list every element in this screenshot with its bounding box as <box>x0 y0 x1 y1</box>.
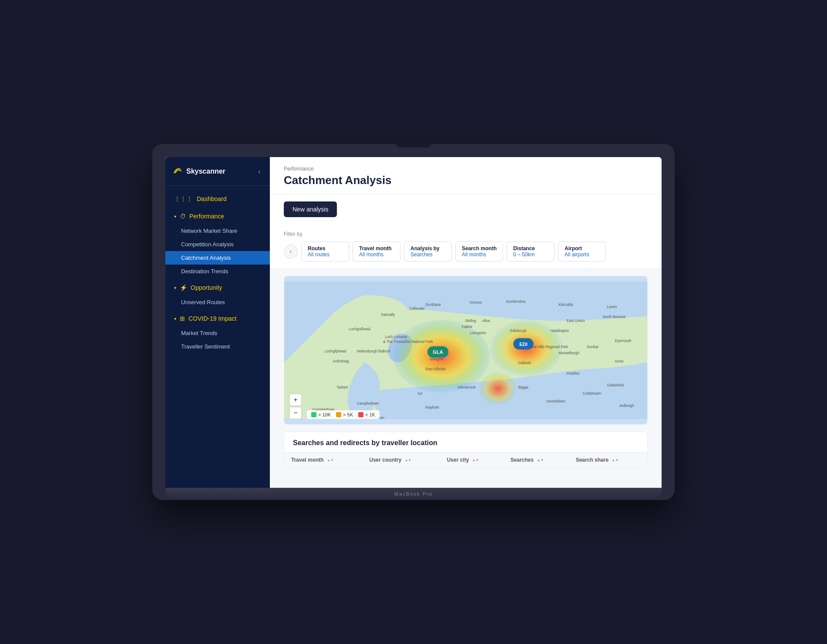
filter-chip-distance[interactable]: Distance 0 – 50km <box>507 242 555 262</box>
nav-section-covid: ▾ ⊞ COVID-19 Impact Market Trends Travel… <box>165 311 270 353</box>
svg-text:Helensburgh Balloch: Helensburgh Balloch <box>357 349 390 353</box>
table-title: Searches and redirects by traveller loca… <box>284 432 647 452</box>
covid-sub-items: Market Trends Traveller Sentiment <box>165 326 270 353</box>
nav-section-opportunity-header[interactable]: ▾ ⚡ Opportunity <box>165 280 270 295</box>
col-user-city[interactable]: User city ▲▼ <box>440 453 504 468</box>
opportunity-bolt-icon: ⚡ <box>180 284 187 291</box>
svg-text:Kinross: Kinross <box>470 300 482 305</box>
performance-sub-items: Network Market Share Competition Analysi… <box>165 224 270 278</box>
sort-icon-user-city: ▲▼ <box>472 458 479 462</box>
dashboard-label: Dashboard <box>197 195 227 202</box>
svg-text:Falkirk: Falkirk <box>462 325 473 329</box>
sidebar-item-destination-trends[interactable]: Destination Trends <box>165 265 270 278</box>
filter-chip-airport[interactable]: Airport All airports <box>558 242 606 262</box>
nav-section-performance-header[interactable]: ▾ ⏱ Performance <box>165 208 270 224</box>
filter-chip-analysis-by[interactable]: Analysis by Searches <box>404 242 452 262</box>
svg-text:Alloa: Alloa <box>482 319 490 323</box>
svg-text:Livingston: Livingston <box>470 331 486 335</box>
svg-text:Dalmally: Dalmally <box>381 312 395 317</box>
col-search-share[interactable]: Search share ▲▼ <box>569 453 647 468</box>
breadcrumb: Performance <box>284 166 648 172</box>
svg-text:Innerleithen: Innerleithen <box>546 399 565 403</box>
covid-label: COVID-19 Impact <box>188 315 236 322</box>
col-user-country[interactable]: User country ▲▼ <box>362 453 440 468</box>
map-legend: > 10K > 5K < 1K <box>307 410 380 419</box>
svg-text:Campbeltown: Campbeltown <box>357 401 379 406</box>
nav-section-opportunity: ▾ ⚡ Opportunity Unserved Routes <box>165 280 270 309</box>
sidebar-item-unserved-routes[interactable]: Unserved Routes <box>165 295 270 309</box>
col-searches[interactable]: Searches ▲▼ <box>504 453 569 468</box>
app-name: Skyscanner <box>186 168 225 175</box>
svg-text:Tarbert: Tarbert <box>336 385 348 389</box>
map-zoom-out-button[interactable]: − <box>289 407 302 419</box>
nav-section-covid-header[interactable]: ▾ ⊞ COVID-19 Impact <box>165 311 270 326</box>
svg-text:Dalkeith: Dalkeith <box>518 361 531 365</box>
svg-text:GLA: GLA <box>433 349 443 355</box>
svg-text:Callander: Callander <box>409 306 425 311</box>
heatmap-small <box>480 372 516 405</box>
svg-text:North Berwick: North Berwick <box>603 315 626 319</box>
sidebar-item-traveller-sentiment[interactable]: Traveller Sentiment <box>165 340 270 353</box>
sidebar-header: Skyscanner ‹ <box>165 157 270 186</box>
sidebar-collapse-button[interactable]: ‹ <box>255 166 263 177</box>
svg-text:Ardrishaig: Ardrishaig <box>333 359 349 363</box>
skyscanner-logo-icon <box>172 166 183 177</box>
legend-item-5k: > 5K <box>336 412 353 417</box>
performance-chevron-icon: ▾ <box>174 214 176 219</box>
legend-dot-1k <box>358 412 363 417</box>
sort-icon-search-share: ▲▼ <box>612 458 619 462</box>
data-table: Travel month ▲▼ User country ▲▼ User cit… <box>284 452 647 467</box>
svg-text:Loch Lomond: Loch Lomond <box>385 335 407 339</box>
filter-chip-search-month[interactable]: Search month All months <box>455 242 503 262</box>
covid-grid-icon: ⊞ <box>180 315 185 322</box>
sidebar-item-market-trends[interactable]: Market Trends <box>165 326 270 340</box>
page-title: Catchment Analysis <box>284 174 648 187</box>
sort-icon-travel-month: ▲▼ <box>327 458 334 462</box>
legend-dot-10k <box>311 412 316 417</box>
laptop-base: MacBook Pro <box>165 488 662 500</box>
svg-text:Dunbar: Dunbar <box>587 345 599 349</box>
svg-text:Maybole: Maybole <box>425 405 439 409</box>
filter-prev-button[interactable]: ‹ <box>284 245 298 258</box>
sidebar-nav: ⋮⋮⋮ Dashboard ▾ ⏱ Performance Network Ma… <box>165 186 270 488</box>
dashboard-icon: ⋮⋮⋮ <box>174 195 192 202</box>
filter-chip-travel-month[interactable]: Travel month All months <box>353 242 400 262</box>
table-section: Searches and redirects by traveller loca… <box>284 432 648 468</box>
svg-text:Stirling: Stirling <box>465 319 476 323</box>
opportunity-chevron-icon: ▾ <box>174 285 176 290</box>
opportunity-label: Opportunity <box>191 284 222 291</box>
filter-bar: Filter by ‹ Routes All routes Travel mon… <box>270 224 662 269</box>
performance-clock-icon: ⏱ <box>180 213 186 220</box>
svg-text:Haddington: Haddington <box>551 329 569 333</box>
sidebar-item-competition-analysis[interactable]: Competition Analysis <box>165 238 270 251</box>
svg-text:Coldstream: Coldstream <box>583 391 602 396</box>
svg-text:Lochgoilhead: Lochgoilhead <box>349 327 370 331</box>
sidebar-item-dashboard[interactable]: ⋮⋮⋮ Dashboard <box>165 191 270 207</box>
map-controls: + − <box>289 394 302 419</box>
svg-text:East Kilbride: East Kilbride <box>425 367 446 371</box>
svg-text:Jedburgh: Jedburgh <box>619 403 634 408</box>
map-section: Dalmally Callander Dunblane Kinross Dunf… <box>284 276 648 425</box>
map-zoom-in-button[interactable]: + <box>289 394 302 406</box>
svg-text:Kirkcaldy: Kirkcaldy <box>558 302 574 307</box>
svg-text:Lochgilphead: Lochgilphead <box>325 349 346 353</box>
svg-text:EDI: EDI <box>519 342 528 347</box>
legend-dot-5k <box>336 412 341 417</box>
legend-item-1k: < 1K <box>358 412 375 417</box>
sidebar-item-catchment-analysis[interactable]: Catchment Analysis <box>165 251 270 265</box>
new-analysis-button[interactable]: New analysis <box>284 201 337 217</box>
table-header-row: Travel month ▲▼ User country ▲▼ User cit… <box>284 453 647 468</box>
sidebar: Skyscanner ‹ ⋮⋮⋮ Dashboard ▾ ⏱ Performan… <box>165 157 270 488</box>
logo-area: Skyscanner <box>172 166 225 177</box>
svg-text:Biggar: Biggar <box>518 385 528 389</box>
main-content: Performance Catchment Analysis New analy… <box>270 157 662 488</box>
sort-icon-searches: ▲▼ <box>537 458 544 462</box>
sidebar-item-network-market-share[interactable]: Network Market Share <box>165 224 270 238</box>
svg-text:Duns: Duns <box>615 359 623 363</box>
page-header: Performance Catchment Analysis <box>270 157 662 195</box>
map-container[interactable]: Dalmally Callander Dunblane Kinross Dunf… <box>284 276 647 424</box>
col-travel-month[interactable]: Travel month ▲▼ <box>284 453 362 468</box>
filter-chip-routes[interactable]: Routes All routes <box>301 242 349 262</box>
svg-text:Leven: Leven <box>607 305 617 309</box>
nav-section-performance: ▾ ⏱ Performance Network Market Share Com… <box>165 208 270 278</box>
